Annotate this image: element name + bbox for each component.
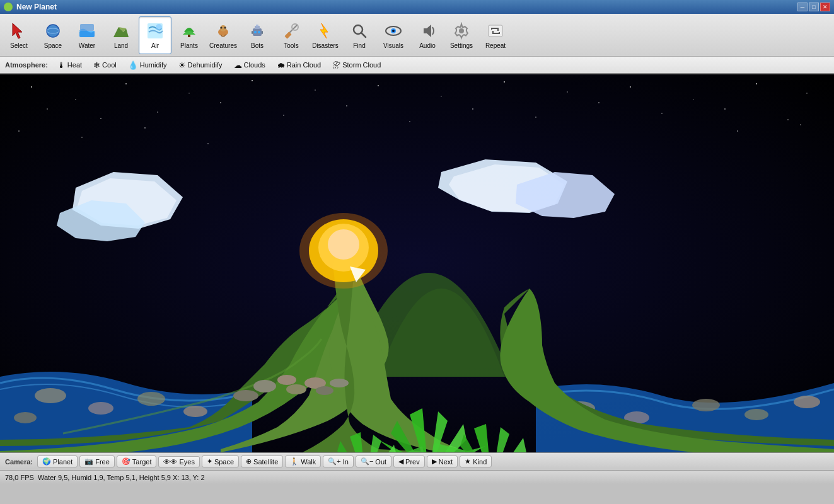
svg-point-37 [441,96,441,96]
svg-point-18 [258,31,260,33]
next-label: Next [439,458,453,466]
tool-bots[interactable]: Bots [241,16,274,54]
svg-point-63 [35,388,66,403]
tool-space[interactable]: Space [37,16,69,54]
svg-point-42 [756,83,757,84]
stars-layer [18,80,808,144]
satellite-label: Satellite [253,458,278,466]
svg-marker-0 [13,23,22,38]
cam-in[interactable]: 🔍+ In [323,455,354,467]
plants-label: Plants [180,42,198,50]
svg-point-50 [409,121,410,122]
svg-marker-109 [492,438,526,452]
cam-eyes[interactable]: 👁👁 Eyes [158,456,199,467]
cam-prev[interactable]: ◀ Prev [393,455,425,467]
tool-air[interactable]: Air [139,16,171,54]
repeat-icon [485,21,506,41]
app-icon [4,3,13,11]
svg-point-86 [286,384,306,394]
tool-plants[interactable]: Plants [173,16,206,54]
svg-point-12 [221,26,223,28]
svg-point-70 [692,399,720,411]
disasters-icon [315,21,335,41]
tool-disasters[interactable]: Disasters [309,16,342,54]
find-label: Find [353,42,365,50]
svg-point-30 [31,86,32,88]
atmo-stormcloud[interactable]: ⛈ Storm Cloud [328,59,385,72]
cam-next[interactable]: ▶ Next [427,455,458,467]
tool-repeat[interactable]: Repeat [479,16,512,54]
clouds-icon: ☁ [234,60,242,70]
svg-point-35 [315,89,316,91]
svg-point-62 [800,124,801,125]
settings-icon [451,21,472,41]
tool-land[interactable]: Land [105,16,137,54]
cam-free[interactable]: 📷 Free [79,455,115,467]
tool-find[interactable]: Find [343,16,376,54]
minimize-button[interactable]: ─ [797,3,808,11]
svg-point-55 [724,108,726,110]
svg-point-64 [88,402,113,415]
in-icon: 🔍+ [328,457,340,466]
atmo-heat[interactable]: 🌡 Heat [53,59,86,72]
svg-point-45 [100,118,101,119]
cam-walk[interactable]: 🚶 Walk [285,455,321,467]
land-label: Land [114,42,128,50]
viewport[interactable] [0,74,834,452]
tool-water[interactable]: Water [71,16,103,54]
cam-planet[interactable]: 🌍 Planet [37,455,78,467]
humidify-icon: 💧 [128,60,138,70]
atmo-cool[interactable]: ❄ Cool [89,59,121,72]
close-button[interactable]: ✕ [820,3,830,11]
main-toolbar: Select Space Water Land Air Plants [0,14,834,57]
svg-point-59 [144,127,146,129]
svg-rect-4 [80,24,94,31]
atmo-raincloud[interactable]: 🌧 Rain Cloud [272,59,325,72]
svg-point-72 [794,396,820,408]
atmo-dehumidify[interactable]: ☀ Dehumidify [174,59,227,72]
visuals-label: Visuals [383,42,403,50]
tool-select[interactable]: Select [3,16,35,54]
heat-label: Heat [67,61,82,69]
svg-point-27 [392,30,395,32]
svg-point-8 [156,24,162,30]
svg-point-17 [254,31,257,33]
scene-svg [0,74,834,452]
prev-label: Prev [405,458,420,466]
atmo-clouds[interactable]: ☁ Clouds [229,59,270,72]
svg-point-28 [459,28,464,33]
tool-audio[interactable]: Audio [411,16,444,54]
space-icon [43,21,63,41]
out-icon: 🔍− [361,457,373,466]
svg-point-47 [220,102,221,103]
svg-point-58 [81,137,82,137]
svg-point-52 [535,117,536,118]
svg-point-32 [125,83,127,84]
svg-point-54 [661,113,662,113]
space-cam-label: Space [214,458,234,466]
cam-satellite[interactable]: ⊕ Satellite [241,455,283,467]
svg-point-76 [299,213,388,289]
cam-kind[interactable]: ★ Kind [460,455,492,467]
svg-point-61 [737,130,738,132]
bots-label: Bots [251,42,264,50]
svg-point-66 [137,392,165,406]
cam-out[interactable]: 🔍− Out [356,455,391,467]
svg-point-88 [316,386,333,395]
next-icon: ▶ [432,457,437,466]
svg-marker-106 [474,424,492,452]
cam-space[interactable]: ✦ Space [202,455,239,467]
atmo-humidify[interactable]: 💧 Humidify [124,59,171,72]
maximize-button[interactable]: □ [809,3,819,11]
space-icon-cam: ✦ [207,457,212,466]
svg-point-31 [75,99,76,100]
svg-point-48 [283,115,284,116]
tool-visuals[interactable]: Visuals [377,16,410,54]
tool-creatures[interactable]: Creatures [207,16,240,54]
svg-point-57 [18,130,20,132]
svg-point-49 [346,105,347,106]
tool-tools[interactable]: Tools [275,16,308,54]
tool-settings[interactable]: Settings [445,16,478,54]
target-label: Target [132,458,152,466]
cam-target[interactable]: 🎯 Target [117,455,157,467]
